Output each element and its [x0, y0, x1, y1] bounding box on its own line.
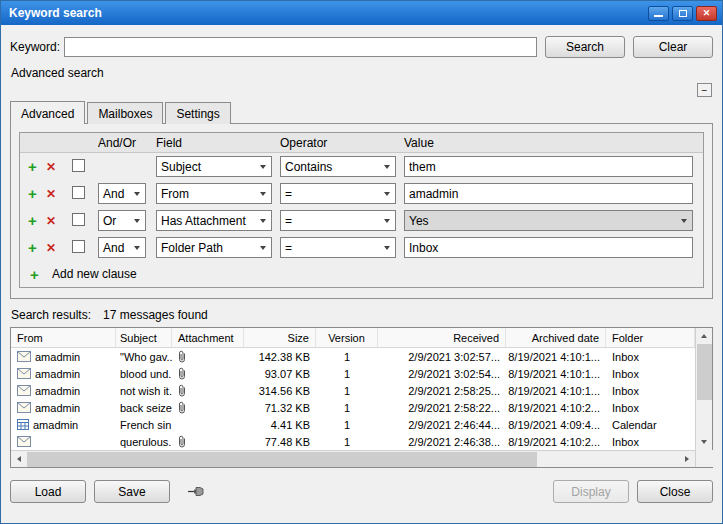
- chevron-down-icon: [255, 211, 271, 230]
- table-row[interactable]: amadmin back seize... 71.32 KB 1 2/9/202…: [11, 399, 695, 416]
- paperclip-icon: [178, 401, 186, 414]
- results-summary: Search results: 17 messages found: [11, 308, 722, 322]
- clear-button[interactable]: Clear: [633, 36, 713, 58]
- field-select[interactable]: Folder Path: [156, 237, 272, 258]
- load-button[interactable]: Load: [10, 480, 86, 503]
- insert-clause-icon[interactable]: +: [28, 212, 46, 229]
- column-header-folder[interactable]: Folder: [606, 328, 695, 347]
- mail-icon: [17, 351, 31, 362]
- table-row[interactable]: amadmin blood und... 93.07 KB 1 2/9/2021…: [11, 365, 695, 382]
- operator-select[interactable]: Contains: [280, 156, 396, 177]
- column-header-archived-date[interactable]: Archived date: [506, 328, 606, 347]
- table-row[interactable]: querulous... 77.48 KB 1 2/9/2021 2:46:38…: [11, 433, 695, 450]
- delete-clause-icon[interactable]: ✕: [46, 160, 64, 174]
- vertical-scroll-thumb[interactable]: [697, 344, 712, 400]
- scroll-left-icon[interactable]: [11, 451, 27, 467]
- minimize-button[interactable]: [648, 6, 669, 21]
- vertical-scrollbar[interactable]: [695, 328, 712, 467]
- advanced-search-link[interactable]: Advanced search: [11, 66, 722, 80]
- andor-select[interactable]: And: [98, 237, 146, 258]
- chevron-down-icon: [255, 184, 271, 203]
- save-button[interactable]: Save: [94, 480, 170, 503]
- operator-select[interactable]: =: [280, 210, 396, 231]
- chevron-down-icon: [129, 211, 145, 230]
- tab-advanced[interactable]: Advanced: [10, 101, 85, 124]
- value-select[interactable]: Yes: [404, 210, 693, 231]
- column-header-version[interactable]: Version: [316, 328, 378, 347]
- close-button[interactable]: ✕: [696, 6, 717, 21]
- paperclip-icon: [178, 384, 186, 397]
- column-header-size[interactable]: Size: [244, 328, 316, 347]
- delete-clause-icon[interactable]: ✕: [46, 214, 64, 228]
- clause-checkbox[interactable]: [72, 240, 85, 253]
- value-header: Value: [404, 136, 693, 150]
- column-header-subject[interactable]: Subject: [116, 328, 172, 347]
- scroll-down-icon[interactable]: [696, 434, 713, 450]
- operator-select[interactable]: =: [280, 237, 396, 258]
- insert-clause-icon[interactable]: +: [28, 185, 46, 202]
- field-select[interactable]: From: [156, 183, 272, 204]
- chevron-down-icon: [379, 157, 395, 176]
- clause-checkbox[interactable]: [72, 159, 85, 172]
- maximize-icon: [679, 10, 687, 17]
- mail-icon: [17, 436, 31, 447]
- paperclip-icon: [178, 367, 186, 380]
- chevron-down-icon: [379, 211, 395, 230]
- andor-select[interactable]: And: [98, 183, 146, 204]
- operator-header: Operator: [280, 136, 396, 150]
- value-input[interactable]: [404, 237, 693, 258]
- andor-select[interactable]: Or: [98, 210, 146, 231]
- maximize-button[interactable]: [672, 6, 693, 21]
- close-dialog-button[interactable]: Close: [637, 480, 713, 503]
- scroll-up-icon[interactable]: [696, 328, 713, 344]
- display-button[interactable]: Display: [553, 480, 629, 503]
- horizontal-scrollbar[interactable]: [11, 450, 695, 467]
- table-row[interactable]: amadmin French sin... 4.41 KB 1 2/9/2021…: [11, 416, 695, 433]
- pin-button[interactable]: [188, 483, 204, 501]
- table-row[interactable]: amadmin "Who gav... 142.38 KB 1 2/9/2021…: [11, 348, 695, 365]
- clause-checkbox[interactable]: [72, 186, 85, 199]
- tab-mailboxes[interactable]: Mailboxes: [87, 102, 163, 124]
- chevron-down-icon: [379, 238, 395, 257]
- clause-row: + ✕ And From =: [20, 180, 703, 207]
- field-select[interactable]: Has Attachment: [156, 210, 272, 231]
- column-header-received[interactable]: Received: [378, 328, 506, 347]
- column-header-from[interactable]: From: [11, 328, 116, 347]
- field-header: Field: [156, 136, 272, 150]
- add-new-clause-button[interactable]: + Add new clause: [20, 261, 703, 287]
- value-input[interactable]: [404, 183, 693, 204]
- horizontal-scroll-thumb[interactable]: [27, 452, 537, 467]
- scroll-right-icon[interactable]: [679, 451, 695, 467]
- clause-row: + ✕ And Folder Path =: [20, 234, 703, 261]
- calendar-icon: [17, 419, 29, 430]
- results-table-header: From Subject Attachment Size Version Rec…: [11, 328, 695, 348]
- mail-icon: [17, 402, 31, 413]
- keyword-input[interactable]: [64, 37, 537, 57]
- delete-clause-icon[interactable]: ✕: [46, 241, 64, 255]
- delete-clause-icon[interactable]: ✕: [46, 187, 64, 201]
- table-row[interactable]: amadmin not wish it... 314.56 KB 1 2/9/2…: [11, 382, 695, 399]
- close-icon: ✕: [703, 8, 711, 18]
- advanced-tab-panel: And/Or Field Operator Value + ✕ Subject …: [10, 123, 713, 299]
- titlebar[interactable]: Keyword search ✕: [1, 1, 722, 25]
- chevron-down-icon: [255, 238, 271, 257]
- tab-settings[interactable]: Settings: [165, 102, 230, 124]
- add-icon: +: [30, 266, 48, 283]
- clause-grid-header: And/Or Field Operator Value: [20, 133, 703, 153]
- minimize-icon: [654, 15, 663, 17]
- keyword-label: Keyword:: [10, 40, 64, 54]
- clause-checkbox[interactable]: [72, 213, 85, 226]
- clause-row: + ✕ Subject Contains: [20, 153, 703, 180]
- insert-clause-icon[interactable]: +: [28, 158, 46, 175]
- field-select[interactable]: Subject: [156, 156, 272, 177]
- chevron-down-icon: [255, 157, 271, 176]
- search-button[interactable]: Search: [545, 36, 625, 58]
- collapse-button[interactable]: −: [697, 83, 712, 97]
- column-header-attachment[interactable]: Attachment: [172, 328, 244, 347]
- value-input[interactable]: [404, 156, 693, 177]
- pin-icon: [188, 483, 204, 501]
- keyword-search-window: Keyword search ✕ Keyword: Search Clear A…: [0, 0, 723, 524]
- insert-clause-icon[interactable]: +: [28, 239, 46, 256]
- keyword-row: Keyword: Search Clear: [10, 36, 713, 58]
- operator-select[interactable]: =: [280, 183, 396, 204]
